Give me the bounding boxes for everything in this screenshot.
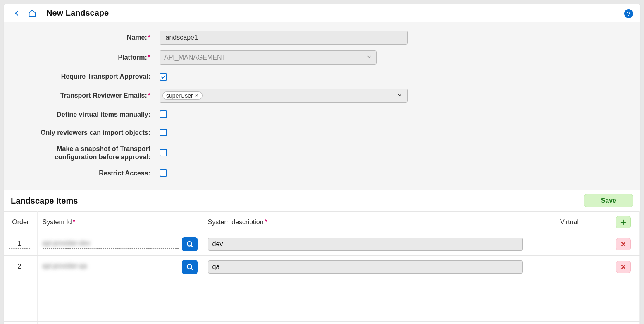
table-row: [4, 300, 640, 322]
svg-line-3: [191, 245, 193, 247]
system-id-input[interactable]: api-provider-qa: [43, 262, 179, 271]
lookup-button[interactable]: [182, 260, 198, 274]
lookup-button[interactable]: [182, 237, 198, 251]
name-label: Name:*: [17, 34, 153, 41]
landscape-items-table: Order System Id* System description* Vir…: [4, 211, 640, 324]
page-title: New Landscape: [46, 8, 109, 18]
snapshot-checkbox[interactable]: [160, 149, 167, 156]
add-row-button[interactable]: [616, 216, 631, 228]
only-reviewers-label: Only reviewers can import objects:: [17, 129, 153, 137]
require-approval-checkbox[interactable]: [160, 73, 167, 81]
back-icon[interactable]: [12, 9, 21, 17]
define-virtual-label: Define virtual items manually:: [17, 111, 153, 118]
require-approval-label: Require Transport Approval:: [17, 73, 153, 80]
col-actions-header: [611, 212, 640, 233]
section-header: Landscape Items Save: [4, 190, 640, 211]
col-virtual-header: Virtual: [528, 212, 611, 233]
chevron-down-icon: [396, 91, 403, 100]
help-icon[interactable]: ?: [624, 9, 633, 18]
svg-line-7: [191, 268, 193, 270]
delete-row-button[interactable]: [616, 238, 631, 250]
platform-label: Platform:*: [17, 54, 153, 61]
define-virtual-checkbox[interactable]: [160, 110, 167, 118]
snapshot-label: Make a snapshot of Transport configurati…: [17, 145, 153, 161]
reviewer-emails-input[interactable]: superUser ✕: [160, 89, 408, 103]
reviewer-tag[interactable]: superUser ✕: [162, 91, 203, 100]
table-row: [4, 322, 640, 324]
col-desc-header: System description*: [203, 212, 528, 233]
order-input[interactable]: 1: [9, 240, 30, 249]
save-button[interactable]: Save: [584, 194, 633, 207]
name-input[interactable]: [160, 31, 408, 45]
reviewer-emails-label: Transport Reviewer Emails:*: [17, 92, 153, 99]
restrict-access-checkbox[interactable]: [160, 169, 167, 177]
description-input[interactable]: [208, 260, 523, 274]
restrict-access-label: Restrict Access:: [17, 170, 153, 177]
platform-select[interactable]: API_MANAGEMENT: [160, 50, 377, 65]
table-row: 2 api-provider-qa: [4, 256, 640, 278]
remove-tag-icon[interactable]: ✕: [195, 93, 199, 98]
order-input[interactable]: 2: [9, 263, 30, 271]
delete-row-button[interactable]: [616, 261, 631, 273]
table-row: [4, 278, 640, 300]
system-id-input[interactable]: api-provider-dev: [43, 240, 179, 249]
section-title: Landscape Items: [11, 196, 78, 206]
only-reviewers-checkbox[interactable]: [160, 129, 167, 136]
home-icon[interactable]: [28, 9, 36, 17]
platform-value: API_MANAGEMENT: [164, 54, 226, 61]
col-order-header: Order: [4, 212, 37, 233]
col-sysid-header: System Id*: [37, 212, 203, 233]
description-input[interactable]: [208, 238, 523, 251]
form-area: Name:* Platform:* API_MANAGEMENT: [4, 22, 640, 190]
page-header: New Landscape ?: [4, 4, 640, 22]
table-row: 1 api-provider-dev: [4, 233, 640, 256]
chevron-down-icon: [366, 54, 372, 61]
